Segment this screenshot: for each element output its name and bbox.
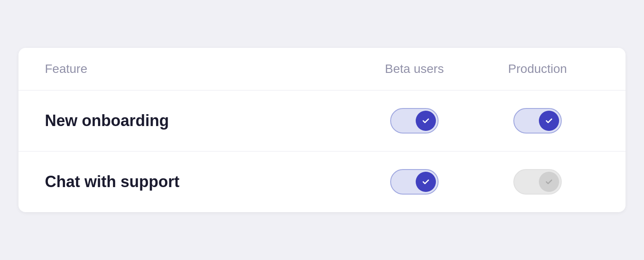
table-row: Chat with support [18,152,626,212]
toggle-new-onboarding-beta[interactable] [390,108,439,134]
toggle-cell-chat-support-production [476,169,599,195]
toggle-chat-support-beta[interactable] [390,169,439,195]
feature-flags-table: Feature Beta users Production New onboar… [18,48,626,212]
toggle-knob [416,172,436,192]
feature-column-header: Feature [45,62,353,76]
table-header: Feature Beta users Production [18,48,626,90]
feature-name-new-onboarding: New onboarding [45,112,353,130]
production-column-header: Production [476,62,599,76]
toggle-cell-new-onboarding-beta [353,108,476,134]
toggle-new-onboarding-production[interactable] [513,108,562,134]
toggle-knob [416,111,436,131]
toggle-chat-support-production[interactable] [513,169,562,195]
toggle-cell-chat-support-beta [353,169,476,195]
beta-users-column-header: Beta users [353,62,476,76]
toggle-knob [539,111,559,131]
feature-name-chat-with-support: Chat with support [45,173,353,191]
toggle-knob [539,172,559,192]
toggle-cell-new-onboarding-production [476,108,599,134]
table-row: New onboarding [18,90,626,152]
